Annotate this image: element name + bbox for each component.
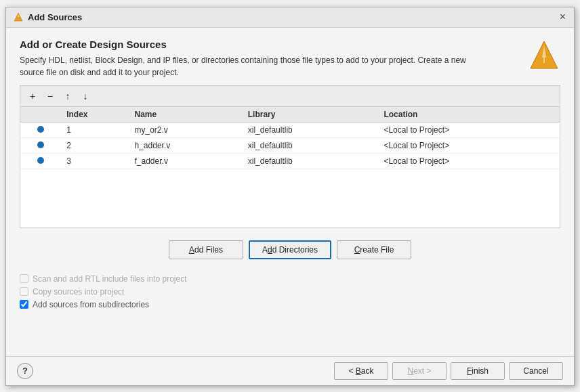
files-table-container: Index Name Library Location 1my_or2.vxil… [20,106,560,228]
row-location: <Local to Project> [378,122,560,137]
subdirectories-row: Add sources from subdirectories [20,300,560,309]
copy-sources-checkbox[interactable] [20,287,28,296]
header-text: Add or Create Design Sources Specify HDL… [20,39,528,79]
finish-button[interactable]: Finish [451,362,505,380]
cancel-label: Cancel [523,366,548,376]
row-index: 3 [61,153,129,169]
scan-rtl-checkbox[interactable] [20,274,28,283]
row-location: <Local to Project> [378,153,560,169]
row-index: 1 [61,122,129,137]
help-button[interactable]: ? [17,363,33,379]
row-dot [20,122,61,137]
scan-rtl-row: Scan and add RTL include files into proj… [20,274,560,284]
action-buttons-row: Add Files Add Directories Create File [20,235,560,265]
add-sources-dialog: Add Sources × Add or Create Design Sourc… [5,7,575,386]
row-dot [20,153,61,169]
add-files-label: Add Files [189,245,223,255]
row-location: <Local to Project> [378,137,560,153]
table-row[interactable]: 2h_adder.vxil_defaultlib<Local to Projec… [20,137,560,153]
dialog-title: Add Sources [28,12,82,22]
close-button[interactable]: × [558,12,567,22]
vivado-logo [528,39,560,71]
next-label: Next > [407,366,431,376]
add-directories-label: Add Directories [262,245,318,255]
create-file-button[interactable]: Create File [337,240,411,259]
checkboxes-section: Scan and add RTL include files into proj… [20,271,560,312]
row-library: xil_defaultlib [243,153,379,169]
table-row[interactable]: 3f_adder.vxil_defaultlib<Local to Projec… [20,153,560,169]
col-header-location: Location [378,107,560,123]
footer-right: < Back Next > Finish Cancel [334,362,563,380]
scan-rtl-label: Scan and add RTL include files into proj… [33,274,186,284]
move-up-toolbar-btn[interactable]: ↑ [60,89,76,104]
dialog-footer: ? < Back Next > Finish Cancel [6,356,574,385]
table-body: 1my_or2.vxil_defaultlib<Local to Project… [20,122,560,169]
row-library: xil_defaultlib [243,122,379,137]
row-name: f_adder.v [129,153,243,169]
table-row[interactable]: 1my_or2.vxil_defaultlib<Local to Project… [20,122,560,137]
remove-file-toolbar-btn[interactable]: − [42,89,58,104]
back-button[interactable]: < Back [334,362,388,380]
add-directories-button[interactable]: Add Directories [249,240,331,259]
back-label: < Back [348,366,373,376]
col-header-name: Name [129,107,243,123]
cancel-button[interactable]: Cancel [509,362,563,380]
title-bar: Add Sources × [6,7,574,28]
row-index: 2 [61,137,129,153]
copy-sources-row: Copy sources into project [20,287,560,297]
col-header-dot [20,107,61,123]
add-file-toolbar-btn[interactable]: + [24,89,41,104]
create-file-label: Create File [354,245,394,255]
header-section: Add or Create Design Sources Specify HDL… [20,39,560,79]
file-toolbar: + − ↑ ↓ [20,85,560,106]
title-bar-left: Add Sources [13,12,82,22]
copy-sources-label: Copy sources into project [33,287,124,297]
header-description: Specify HDL, netlist, Block Design, and … [20,54,480,79]
subdirectories-label: Add sources from subdirectories [33,300,149,309]
dialog-content: Add or Create Design Sources Specify HDL… [6,28,574,356]
row-dot [20,137,61,153]
col-header-index: Index [61,107,129,123]
move-down-toolbar-btn[interactable]: ↓ [77,89,94,104]
row-name: h_adder.v [129,137,243,153]
row-library: xil_defaultlib [243,137,379,153]
header-title: Add or Create Design Sources [20,39,528,50]
footer-left: ? [17,363,33,379]
finish-label: Finish [467,366,489,376]
next-button[interactable]: Next > [392,362,447,380]
col-header-library: Library [243,107,379,123]
table-section: + − ↑ ↓ Index Name Library Location [20,85,560,228]
table-header-row: Index Name Library Location [20,107,560,123]
row-name: my_or2.v [129,122,243,137]
files-table: Index Name Library Location 1my_or2.vxil… [20,107,560,169]
add-files-button[interactable]: Add Files [169,240,243,259]
vivado-title-icon [13,12,24,22]
subdirectories-checkbox[interactable] [20,300,28,309]
